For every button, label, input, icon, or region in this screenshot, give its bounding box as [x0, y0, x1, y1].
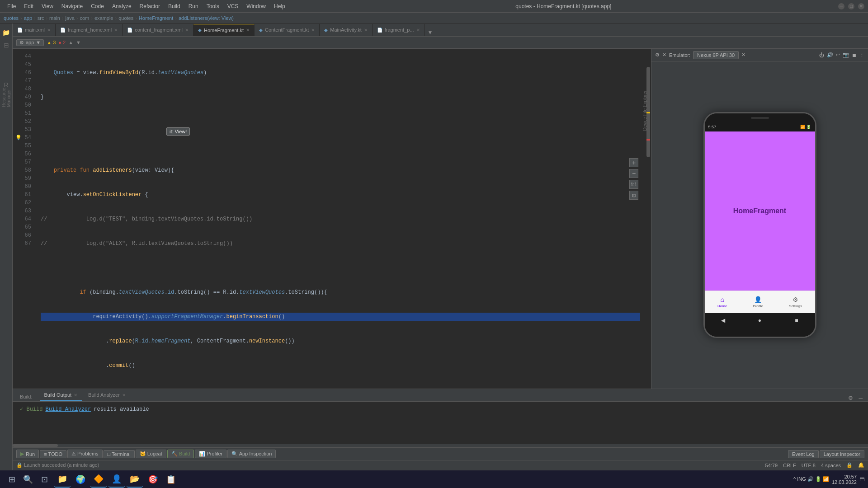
tab-build-output[interactable]: Build Output ✕ — [40, 389, 82, 401]
recents-button[interactable]: ■ — [792, 316, 801, 325]
zoom-in-button[interactable]: + — [629, 158, 638, 167]
code-editor[interactable]: 44 45 46 47 48 49 50 51 52 53 💡54 55 56 … — [13, 49, 651, 389]
menu-tools[interactable]: Tools — [203, 2, 223, 10]
tab-contentfragment-xml[interactable]: 📄 content_fragment.xml ✕ — [123, 24, 193, 36]
cursor-position[interactable]: 54:79 — [765, 463, 778, 468]
terminal-button[interactable]: □ Terminal — [104, 450, 135, 458]
taskbar-start-button[interactable]: ⊞ — [4, 471, 20, 488]
home-button[interactable]: ● — [755, 316, 764, 325]
emulator-control-stop[interactable]: ⏹ — [852, 52, 857, 58]
menu-refactor[interactable]: Refactor — [136, 2, 164, 10]
event-log-button[interactable]: Event Log — [788, 450, 819, 458]
menu-view[interactable]: View — [38, 2, 57, 10]
tab-build-analyzer[interactable]: Build Analyzer ✕ — [84, 389, 130, 401]
menu-navigate[interactable]: Navigate — [58, 2, 86, 10]
taskbar-search[interactable]: 🔍 — [20, 471, 36, 488]
bc-addlisteners[interactable]: addListeners(view: View) — [179, 15, 234, 21]
close-button[interactable]: ✕ — [858, 3, 864, 9]
taskbar-app7[interactable]: 📋 — [163, 471, 179, 488]
nav-home[interactable]: ⌂ Home — [717, 296, 727, 308]
tab-mainxml[interactable]: 📄 main.xml ✕ — [13, 24, 56, 36]
menu-build[interactable]: Build — [165, 2, 184, 10]
nav-settings[interactable]: ⚙ Settings — [789, 296, 802, 308]
taskbar-taskview[interactable]: ⊡ — [36, 471, 52, 488]
code-line-47 — [41, 142, 640, 150]
notifications-icon[interactable]: 🔔 — [858, 462, 864, 468]
problems-button[interactable]: ⚠ Problems — [67, 450, 103, 458]
menu-vcs[interactable]: VCS — [224, 2, 242, 10]
titlebar: File Edit View Navigate Code Analyze Ref… — [0, 0, 868, 13]
taskbar-edge[interactable]: 🌍 — [72, 471, 89, 488]
tab-mainactivity[interactable]: ◆ MainActivity.kt ✕ — [320, 24, 372, 36]
tab-homefragment-kt[interactable]: ◆ HomeFragment.kt ✕ — [193, 24, 255, 36]
bc-java[interactable]: java — [66, 15, 75, 21]
project-icon[interactable]: 📁 — [1, 27, 12, 38]
zoom-aspect-button[interactable]: ⊡ — [629, 191, 638, 200]
bc-quotes[interactable]: quotes — [4, 15, 19, 21]
menu-help[interactable]: Help — [270, 2, 289, 10]
zoom-out-button[interactable]: − — [629, 169, 638, 178]
emulator-control-power[interactable]: ⏻ — [819, 52, 824, 58]
layout-inspector-button[interactable]: Layout Inspector — [820, 450, 864, 458]
menu-code[interactable]: Code — [87, 2, 108, 10]
resource-manager-label[interactable]: Resource Manager — [1, 92, 12, 103]
emulator-control-screenshot[interactable]: 📷 — [843, 52, 849, 58]
code-line-50: // Log.d("TEST", binding.textViewQuotes.… — [41, 215, 640, 223]
bc-homefragment[interactable]: HomeFragment — [139, 15, 173, 21]
emulator-control-volume-up[interactable]: 🔊 — [827, 52, 833, 58]
menu-run[interactable]: Run — [185, 2, 202, 10]
minimize-button[interactable]: ─ — [838, 3, 844, 9]
taskbar-androidstudio[interactable]: 👤 — [108, 471, 125, 488]
build-scrollbar-thumb[interactable] — [13, 444, 58, 447]
build-minimize-icon[interactable]: ─ — [857, 395, 864, 401]
emulator-control-rotate[interactable]: ↩ — [836, 52, 840, 58]
emulator-settings-icon[interactable]: ⚙ — [655, 52, 660, 58]
bc-src[interactable]: src — [38, 15, 44, 21]
bc-example[interactable]: example — [94, 15, 113, 21]
menu-edit[interactable]: Edit — [20, 2, 37, 10]
emulator-more-options[interactable]: ⋮ — [859, 52, 864, 58]
taskbar-explorer2[interactable]: 📂 — [127, 471, 143, 488]
build-analyzer-link[interactable]: Build Analyzer — [45, 405, 91, 413]
code-content[interactable]: Quotes = view.findViewById(R.id.textView… — [35, 49, 646, 389]
structure-icon[interactable]: ⊟ — [1, 40, 12, 51]
encoding[interactable]: UTF-8 — [802, 463, 816, 468]
indent[interactable]: 4 spaces — [821, 463, 841, 468]
menu-window[interactable]: Window — [243, 2, 269, 10]
taskbar-app6[interactable]: 🎯 — [145, 471, 161, 488]
error-count[interactable]: ● 2 — [58, 40, 66, 45]
taskbar-chrome[interactable]: 🔶 — [90, 471, 107, 488]
build-horizontal-scrollbar[interactable] — [13, 444, 868, 447]
tab-fragmenthome[interactable]: 📄 fragment_home.xml ✕ — [56, 24, 123, 36]
logcat-button[interactable]: 🐱 Logcat — [136, 450, 166, 458]
taskbar-files[interactable]: 📁 — [54, 471, 71, 488]
menu-analyze[interactable]: Analyze — [108, 2, 135, 10]
zoom-fit-button[interactable]: 1:1 — [629, 180, 638, 189]
bc-com[interactable]: com — [80, 15, 89, 21]
emulator-device-tab[interactable]: Nexus 6P API 30 — [693, 51, 739, 59]
todo-button[interactable]: ≡ TODO — [40, 450, 66, 458]
device-screen[interactable]: 5:57 📶 🔋 HomeFragment HomeFragment — [705, 122, 815, 328]
build-output-close[interactable]: ✕ — [74, 393, 77, 398]
maximize-button[interactable]: □ — [848, 3, 854, 9]
profiler-button[interactable]: 📊 Profiler — [195, 450, 226, 458]
build-settings-icon[interactable]: ⚙ — [846, 395, 855, 401]
lock-icon[interactable]: 🔒 — [846, 462, 853, 468]
back-button[interactable]: ◀ — [718, 316, 727, 325]
run-button[interactable]: ▶ Run — [16, 450, 39, 458]
bc-quotes2[interactable]: quotes — [118, 15, 133, 21]
menu-file[interactable]: File — [4, 2, 19, 10]
run-config-dropdown[interactable]: ⚙ app ▼ — [16, 39, 44, 46]
more-tabs-button[interactable]: ▼ — [426, 29, 435, 36]
tab-fragmentp[interactable]: 📄 fragment_p... ✕ — [373, 24, 425, 36]
nav-profile[interactable]: 👤 Profile — [753, 296, 763, 308]
build-button-toolbar[interactable]: 🔨 Build — [167, 450, 194, 458]
app-inspection-button[interactable]: 🔍 App Inspection — [227, 450, 276, 458]
emulator-close-icon[interactable]: ✕ — [662, 52, 666, 58]
bc-main[interactable]: main — [49, 15, 60, 21]
bc-app[interactable]: app — [24, 15, 32, 21]
line-ending[interactable]: CRLF — [783, 463, 796, 468]
tab-contentfragment-kt[interactable]: ◆ ContentFragment.kt ✕ — [255, 24, 320, 36]
warning-count[interactable]: ▲ 3 — [47, 40, 56, 45]
build-analyzer-close[interactable]: ✕ — [122, 393, 126, 398]
